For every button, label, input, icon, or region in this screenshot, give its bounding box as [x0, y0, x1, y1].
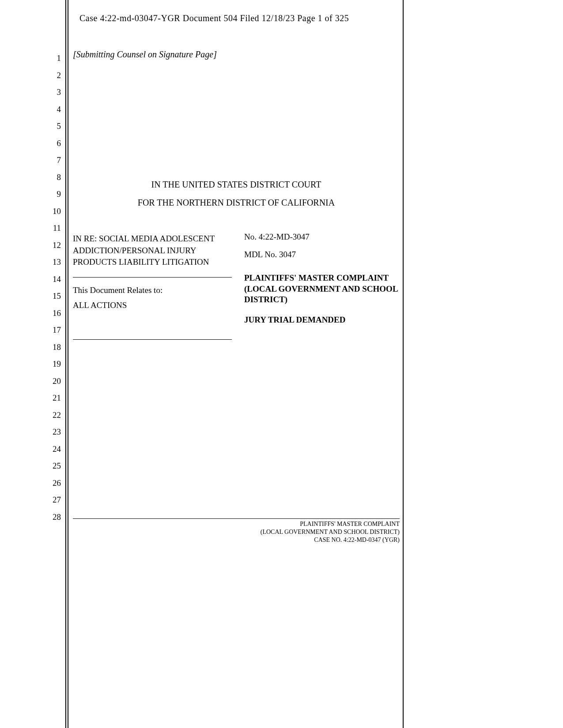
complaint-title-line1: PLAINTIFFS' MASTER COMPLAINT: [244, 273, 400, 284]
line-number: 13: [48, 254, 61, 271]
mdl-no: MDL No. 3047: [244, 250, 400, 259]
court-line2: FOR THE NORTHERN DISTRICT OF CALIFORNIA: [73, 198, 400, 208]
complaint-title-line2: (LOCAL GOVERNMENT AND SCHOOL DISTRICT): [244, 284, 400, 305]
line-numbers: 1 2 3 4 5 6 7 8 9 10 11 12 13 14 15 16 1…: [48, 50, 61, 525]
line-number: 25: [48, 458, 61, 475]
line-number: 23: [48, 424, 61, 441]
line-number: 24: [48, 441, 61, 458]
footer: PLAINTIFFS' MASTER COMPLAINT (LOCAL GOVE…: [73, 518, 400, 544]
margin-line-outer: [65, 0, 66, 728]
case-no: No. 4:22-MD-3047: [244, 232, 400, 242]
line-number: 26: [48, 475, 61, 492]
line-number: 27: [48, 492, 61, 509]
caption-left: IN RE: SOCIAL MEDIA ADOLESCENT ADDICTION…: [73, 232, 236, 340]
header-caption: Case 4:22-md-03047-YGR Document 504 File…: [79, 13, 349, 23]
footer-line2: (LOCAL GOVERNMENT AND SCHOOL DISTRICT): [73, 528, 400, 536]
line-number: 11: [48, 220, 61, 237]
content-area: [Submitting Counsel on Signature Page] I…: [73, 49, 400, 340]
line-number: 10: [48, 203, 61, 220]
line-number: 21: [48, 390, 61, 407]
line-number: 15: [48, 288, 61, 305]
case-name: IN RE: SOCIAL MEDIA ADOLESCENT ADDICTION…: [73, 232, 232, 278]
line-number: 20: [48, 373, 61, 390]
court-line1: IN THE UNITED STATES DISTRICT COURT: [73, 180, 400, 190]
line-number: 4: [48, 101, 61, 118]
line-number: 6: [48, 135, 61, 152]
line-number: 3: [48, 84, 61, 101]
line-number: 5: [48, 118, 61, 135]
line-number: 1: [48, 50, 61, 67]
jury-demand: JURY TRIAL DEMANDED: [244, 315, 400, 325]
line-number: 12: [48, 237, 61, 254]
margin-line-right: [403, 0, 404, 728]
line-number: 8: [48, 169, 61, 186]
line-number: 16: [48, 305, 61, 322]
line-number: 7: [48, 152, 61, 169]
caption-right: No. 4:22-MD-3047 MDL No. 3047 PLAINTIFFS…: [236, 232, 400, 340]
footer-line3: CASE NO. 4:22-MD-0347 (YGR): [73, 536, 400, 544]
relates-box: This Document Relates to: ALL ACTIONS: [73, 278, 232, 340]
line-number: 22: [48, 407, 61, 424]
relates-label: This Document Relates to:: [73, 283, 232, 298]
line-number: 19: [48, 356, 61, 373]
caption-table: IN RE: SOCIAL MEDIA ADOLESCENT ADDICTION…: [73, 232, 400, 340]
counsel-note: [Submitting Counsel on Signature Page]: [73, 49, 400, 60]
relates-value: ALL ACTIONS: [73, 298, 232, 313]
page: Case 4:22-md-03047-YGR Document 504 File…: [0, 0, 563, 728]
line-number: 2: [48, 67, 61, 84]
footer-line1: PLAINTIFFS' MASTER COMPLAINT: [73, 520, 400, 528]
line-number: 17: [48, 322, 61, 339]
margin-line-inner: [68, 0, 68, 728]
line-number: 18: [48, 339, 61, 356]
line-number: 28: [48, 509, 61, 526]
line-number: 9: [48, 186, 61, 203]
line-number: 14: [48, 271, 61, 288]
